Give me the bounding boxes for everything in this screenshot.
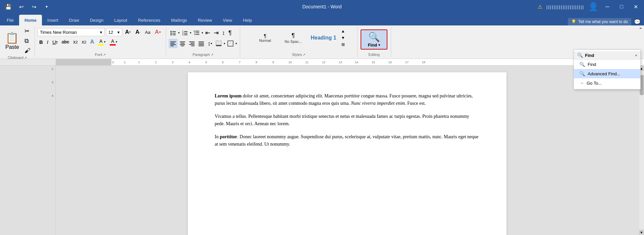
maximize-button[interactable]: □ — [616, 2, 627, 12]
find-button[interactable]: 🔍 Find ▾ — [361, 29, 387, 50]
bullets-button[interactable] — [169, 28, 177, 37]
tab-draw[interactable]: Draw — [64, 15, 85, 25]
editing-group: 🔍 Find ▾ Editing — [358, 27, 391, 57]
account-icon[interactable]: 👤 — [588, 2, 598, 11]
align-center-button[interactable] — [178, 39, 187, 48]
superscript-button[interactable]: x2 — [80, 37, 88, 46]
scroll-track[interactable] — [639, 71, 644, 230]
font-expand[interactable]: ↗ — [103, 53, 106, 57]
svg-rect-1 — [172, 31, 176, 32]
svg-rect-3 — [172, 33, 176, 33]
show-formatting-button[interactable]: ¶ — [227, 28, 233, 37]
tab-file[interactable]: File — [1, 15, 19, 25]
redo-button[interactable]: ↪ — [29, 2, 39, 12]
increase-indent-button[interactable]: ⇥ — [212, 28, 220, 37]
strikethrough-button[interactable]: abc — [60, 37, 71, 46]
grow-font-button[interactable]: A+ — [123, 28, 132, 36]
styles-expand[interactable]: ↗ — [303, 53, 305, 57]
tab-references[interactable]: References — [132, 15, 165, 25]
styles-scroll-up[interactable]: ▲ — [340, 28, 346, 34]
document-page[interactable]: Lorem ipsum dolor sit amet, consectetuer… — [188, 72, 506, 235]
minimize-button[interactable]: ─ — [602, 2, 612, 12]
find-item-icon: 🔍 — [579, 62, 585, 67]
goto-menu-item[interactable]: → Go To... — [574, 78, 640, 88]
collapse-ribbon-button[interactable]: ⌃ — [639, 27, 643, 32]
tab-help[interactable]: Help — [237, 15, 257, 25]
cut-button[interactable]: ✂ — [23, 27, 32, 35]
clipboard-group: 📋 Paste ✂ ⧉ 🖌 Clipboard ↗ — [0, 27, 35, 57]
svg-point-12 — [194, 31, 195, 32]
change-case-button[interactable]: Aa — [143, 28, 152, 36]
tab-insert[interactable]: Insert — [42, 15, 64, 25]
svg-point-2 — [170, 32, 172, 34]
chat-icon[interactable]: 💬 — [634, 19, 641, 25]
italic-button[interactable]: I — [45, 37, 50, 46]
advanced-find-icon: 🔍 — [579, 71, 585, 76]
paragraph-2[interactable]: Vivamus a tellus. Pellentesque habitant … — [215, 113, 480, 128]
text-effects-button[interactable]: A — [89, 37, 96, 46]
lightbulb-icon: 💡 — [571, 19, 576, 24]
font-name-selector[interactable]: Times New Roman ▾ — [38, 28, 105, 36]
advanced-find-menu-item[interactable]: 🔍 Advanced Find... — [574, 69, 640, 78]
tab-view[interactable]: View — [217, 15, 237, 25]
decrease-indent-button[interactable]: ⇤ — [204, 28, 212, 37]
save-button[interactable]: 💾 — [3, 2, 13, 12]
bullets-arrow[interactable]: ▾ — [178, 31, 180, 34]
subscript-button[interactable]: x2 — [71, 37, 79, 46]
sort-button[interactable]: ↕ — [221, 28, 226, 37]
numbering-button[interactable]: 1.2.3. — [180, 28, 189, 37]
multilevel-list-button[interactable] — [192, 28, 201, 37]
font-color-button[interactable]: A ▾ — [108, 37, 119, 46]
scrollbar[interactable]: ▲ ▼ — [639, 66, 644, 235]
tab-design[interactable]: Design — [85, 15, 109, 25]
style-normal[interactable]: ¶ Normal — [252, 27, 278, 49]
copy-button[interactable]: ⧉ — [23, 37, 32, 45]
style-heading-1[interactable]: Heading 1 — [308, 27, 339, 49]
document-area[interactable]: Lorem ipsum dolor sit amet, consectetuer… — [56, 66, 639, 235]
ruler-left-margin — [56, 59, 111, 66]
tell-me-input[interactable]: 💡 Tell me what you want to do — [568, 18, 631, 25]
paragraph-3[interactable]: In porttitor. Donec laoreet nonummy augu… — [215, 133, 480, 148]
numbering-arrow[interactable]: ▾ — [190, 31, 192, 34]
svg-rect-28 — [189, 44, 195, 45]
styles-scroll-down[interactable]: ▼ — [340, 35, 346, 41]
document-text[interactable]: Lorem ipsum dolor sit amet, consectetuer… — [215, 92, 480, 148]
shrink-font-button[interactable]: A- — [134, 28, 142, 36]
align-left-button[interactable] — [169, 39, 177, 48]
paste-button[interactable]: 📋 Paste — [3, 30, 22, 52]
align-right-button[interactable] — [187, 39, 196, 48]
style-no-spacing[interactable]: ¶ No Spac... — [280, 27, 307, 49]
paragraph-expand[interactable]: ↗ — [211, 53, 213, 57]
find-menu-item[interactable]: 🔍 Find — [574, 60, 640, 69]
borders-button[interactable] — [226, 39, 235, 48]
customize-qat-button[interactable]: ▾ — [42, 2, 52, 12]
ribbon-tabs: File Home Insert Draw Design Layout Refe… — [0, 13, 644, 25]
ruler-content[interactable]: ·2· ·1· 1 2 3 4 5 6 7 8 9 10 11 12 13 14… — [111, 59, 644, 66]
scroll-down-button[interactable]: ▼ — [639, 230, 644, 235]
format-painter-button[interactable]: 🖌 — [23, 47, 32, 55]
underline-button[interactable]: U▾ — [51, 37, 59, 46]
find-dropdown-arrow[interactable]: ▾ — [378, 43, 380, 47]
tab-home[interactable]: Home — [19, 15, 42, 25]
svg-point-14 — [194, 32, 195, 33]
tab-review[interactable]: Review — [193, 15, 218, 25]
tab-mailings[interactable]: Mailings — [166, 15, 193, 25]
undo-button[interactable]: ↩ — [16, 2, 26, 12]
line-spacing-button[interactable]: ↕▾ — [206, 39, 214, 48]
multilevel-arrow[interactable]: ▾ — [202, 31, 203, 34]
ribbon-tabs-right: 💡 Tell me what you want to do 💬 — [568, 18, 644, 25]
highlight-color-button[interactable]: A ▾ — [96, 37, 107, 46]
font-color-icon: A — [110, 38, 116, 46]
svg-rect-21 — [170, 46, 174, 46]
paragraph-1[interactable]: Lorem ipsum dolor sit amet, consectetuer… — [215, 92, 480, 107]
clear-format-button[interactable]: A✕ — [153, 28, 163, 36]
styles-more[interactable]: ⊞ — [340, 42, 346, 48]
tab-layout[interactable]: Layout — [109, 15, 132, 25]
shading-button[interactable] — [214, 39, 223, 48]
shading-arrow[interactable]: ▾ — [224, 42, 225, 45]
close-button[interactable]: ✕ — [631, 2, 641, 12]
font-size-selector[interactable]: 12 ▾ — [106, 28, 122, 36]
justify-button[interactable] — [197, 39, 206, 48]
bold-button[interactable]: B — [38, 37, 45, 46]
borders-arrow[interactable]: ▾ — [235, 42, 237, 45]
